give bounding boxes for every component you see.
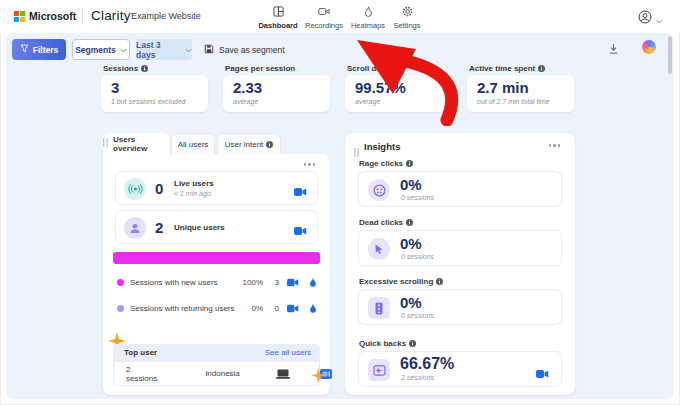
sessions-returning-users-row: Sessions with returning users 0% 0: [117, 299, 317, 317]
excessive-scrolling-row: 0% 0 sessions: [358, 289, 562, 325]
chevron-down-icon: [120, 45, 127, 55]
sessions-returning-users-label: Sessions with returning users: [130, 304, 235, 313]
chevron-down-icon: [656, 10, 663, 28]
metric-card-sessions: 3 1 bot sessions excluded: [101, 75, 208, 112]
quick-backs-value: 66.67%: [400, 355, 454, 373]
live-users-value: 0: [155, 180, 163, 197]
metric-value: 2.7 min: [477, 79, 529, 96]
save-icon: [204, 44, 214, 56]
info-icon[interactable]: [141, 65, 148, 72]
video-camera-icon[interactable]: [536, 365, 549, 383]
excessive-scrolling-icon: [368, 297, 390, 319]
tab-label: All users: [178, 140, 209, 149]
info-icon[interactable]: [266, 141, 273, 148]
live-users-icon: [124, 178, 146, 200]
sessions-new-users-row: Sessions with new users 100% 3: [117, 273, 317, 291]
tab-users-overview[interactable]: Users overview: [103, 133, 169, 154]
nav-tab-label: Settings: [393, 21, 420, 30]
dead-clicks-icon: [368, 238, 390, 260]
device-monitor-icon: [276, 365, 290, 383]
heatmap-droplet-icon[interactable]: [309, 299, 317, 317]
heatmap-droplet-icon[interactable]: [309, 273, 317, 291]
drag-handle-icon[interactable]: [103, 138, 108, 149]
download-icon[interactable]: [608, 41, 619, 59]
account-icon: [638, 10, 652, 28]
see-all-users-link[interactable]: See all users: [265, 348, 311, 357]
info-icon[interactable]: [409, 340, 416, 347]
nav-tab-label: Dashboard: [258, 21, 297, 30]
unique-users-icon: [124, 217, 146, 239]
quick-backs-label: Quick backs: [359, 339, 416, 348]
sessions-returning-users-count: 0: [269, 304, 279, 313]
new-users-dot-icon: [117, 279, 124, 286]
chevron-down-icon: [185, 45, 192, 55]
dead-clicks-label: Dead clicks: [359, 218, 413, 227]
nav-tab-recordings[interactable]: Recordings: [301, 6, 347, 30]
unique-users-label: Unique users: [174, 223, 225, 232]
live-users-row: 0 Live users < 1 min ago: [115, 171, 318, 205]
video-camera-icon[interactable]: [287, 299, 299, 317]
tab-user-intent[interactable]: User intent: [217, 133, 281, 154]
save-as-segment-button[interactable]: Save as segment: [204, 39, 285, 60]
quick-backs-icon: [368, 359, 390, 381]
nav-tab-settings[interactable]: Settings: [384, 6, 430, 30]
video-camera-icon[interactable]: [287, 273, 299, 291]
scrollbar-thumb[interactable]: [668, 36, 672, 74]
filters-label: Filters: [33, 45, 59, 55]
rage-clicks-row: 0% 0 sessions: [358, 171, 562, 207]
top-user-sessions: 2 sessions: [126, 365, 157, 383]
rage-clicks-value: 0%: [400, 176, 422, 193]
metric-note: average: [233, 98, 258, 105]
rage-clicks-note: 0 sessions: [401, 194, 434, 201]
top-navbar: Microsoft Clarity Example Website Dashbo…: [0, 0, 680, 33]
date-range-dropdown[interactable]: Last 3 days: [136, 39, 192, 60]
info-icon[interactable]: [406, 219, 413, 226]
metric-card-scroll-depth: 99.57% average: [345, 75, 452, 112]
date-range-label: Last 3 days: [136, 40, 181, 60]
tab-all-users[interactable]: All users: [171, 133, 215, 154]
dead-clicks-row: 0% 0 sessions: [358, 230, 562, 266]
metric-value: 99.57%: [355, 79, 406, 96]
rage-clicks-icon: [368, 179, 390, 201]
project-name[interactable]: Example Website: [131, 11, 201, 21]
filters-button[interactable]: Filters: [12, 39, 66, 60]
video-camera-icon[interactable]: [294, 183, 307, 201]
more-menu-icon[interactable]: [301, 160, 319, 169]
info-icon[interactable]: [538, 65, 545, 72]
dead-clicks-value: 0%: [400, 235, 422, 252]
unique-users-row: 2 Unique users: [115, 210, 318, 244]
nav-tab-label: Recordings: [305, 21, 343, 30]
metric-label-active-time: Active time spent: [469, 64, 545, 73]
live-users-label: Live users: [174, 179, 214, 188]
settings-icon: [402, 6, 413, 19]
excessive-scrolling-label: Excessive scrolling: [359, 277, 443, 286]
more-menu-icon[interactable]: [546, 141, 564, 150]
clarity-dashboard-window: Microsoft Clarity Example Website Dashbo…: [0, 0, 680, 405]
insights-title: Insights: [364, 141, 400, 152]
copilot-icon[interactable]: [642, 40, 656, 54]
insights-panel: Insights Rage clicks 0% 0 sessions Dead …: [345, 133, 575, 395]
video-camera-icon[interactable]: [294, 222, 307, 240]
info-icon[interactable]: [406, 160, 413, 167]
account-menu[interactable]: [638, 10, 663, 28]
sessions-returning-users-percent: 0%: [237, 304, 263, 313]
metric-note: average: [355, 98, 380, 105]
nav-tab-dashboard[interactable]: Dashboard: [255, 6, 301, 36]
metric-card-pages-per-session: 2.33 average: [223, 75, 330, 112]
top-user-row: 2 sessions Indonesia: [113, 361, 320, 386]
metric-note: 1 bot sessions excluded: [111, 98, 186, 105]
info-icon[interactable]: [436, 278, 443, 285]
metric-value: 3: [111, 79, 119, 96]
metric-note: out of 2.7 min total time: [477, 98, 550, 105]
new-users-distribution-bar: [113, 252, 320, 264]
brand-name: Microsoft: [29, 10, 76, 22]
dashboard-icon: [273, 6, 284, 19]
segments-dropdown[interactable]: Segments: [72, 39, 130, 60]
top-user-title: Top user: [124, 348, 157, 357]
live-users-note: < 1 min ago: [174, 190, 211, 197]
brand-divider: [82, 9, 83, 23]
metric-value: 2.33: [233, 79, 262, 96]
excessive-scrolling-value: 0%: [400, 294, 422, 311]
quick-backs-row: 66.67% 2 sessions: [358, 351, 562, 387]
sessions-new-users-count: 3: [269, 278, 279, 287]
